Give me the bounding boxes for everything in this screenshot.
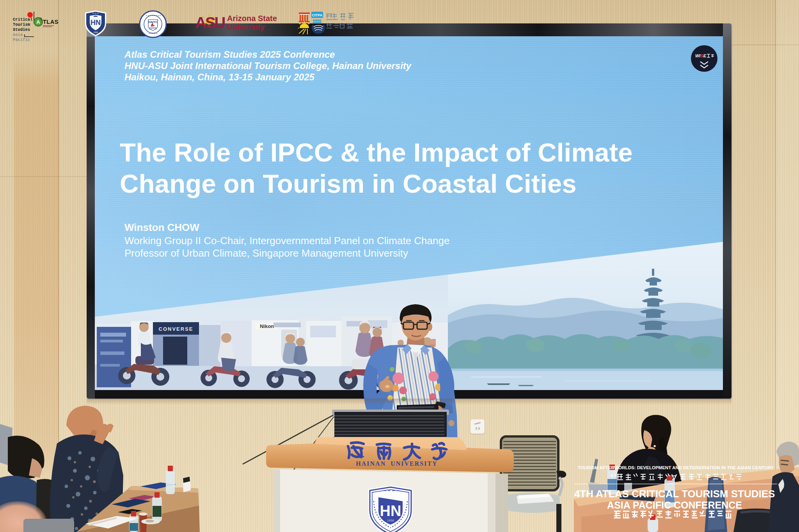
svg-text:Pacific: Pacific	[13, 37, 30, 42]
svg-text:Arizona State: Arizona State	[227, 14, 277, 23]
svg-text:ASIA PACIFIC CONFERENCE: ASIA PACIFIC CONFERENCE	[607, 500, 742, 511]
svg-text:1958: 1958	[387, 519, 394, 522]
svg-text:A: A	[36, 19, 40, 25]
svg-text:WISE: WISE	[695, 53, 707, 58]
svg-text:ASU: ASU	[195, 14, 225, 31]
svg-text:HN: HN	[91, 19, 101, 27]
svg-text:HAITC: HAITC	[149, 20, 158, 24]
svg-text:Nikon: Nikon	[260, 323, 274, 329]
svg-text:Critical: Critical	[13, 17, 32, 22]
svg-text:1958: 1958	[93, 31, 98, 34]
svg-text:HN: HN	[380, 503, 401, 519]
svg-text:Studies: Studies	[13, 27, 30, 32]
svg-text:CONVERSE: CONVERSE	[159, 326, 194, 332]
svg-text:University: University	[227, 23, 265, 31]
svg-text:TLAS: TLAS	[43, 19, 59, 25]
svg-text:Asia: Asia	[13, 32, 23, 37]
svg-text:Tourism: Tourism	[13, 22, 30, 27]
svg-text:4TH ATLAS CRITICAL TOURISM STU: 4TH ATLAS CRITICAL TOURISM STUDIES	[574, 488, 775, 500]
svg-text:HAINAN UNIVERSITY: HAINAN UNIVERSITY	[356, 460, 437, 467]
svg-text:CITPA: CITPA	[312, 13, 323, 17]
